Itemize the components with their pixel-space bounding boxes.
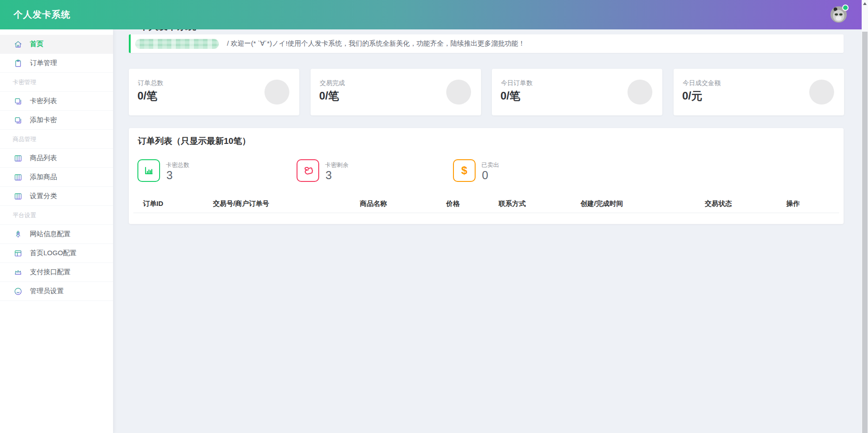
col-actions: 操作 (786, 200, 800, 208)
sidebar-item-label: 订单管理 (30, 59, 57, 67)
crown-icon (14, 268, 23, 277)
sidebar: 首页 订单管理 卡密管理 卡密列表 添加卡密 (0, 29, 113, 433)
notebook-icon (14, 192, 23, 201)
sidebar-item-admin-settings[interactable]: 管理员设置 (0, 282, 113, 301)
notebook-icon (14, 173, 23, 182)
sidebar-item-logo-config[interactable]: 首页LOGO配置 (0, 244, 113, 263)
sidebar-item-orders[interactable]: 订单管理 (0, 54, 113, 73)
vertical-scrollbar[interactable] (862, 0, 868, 433)
table-header-divider (133, 213, 839, 213)
app-title: 个人发卡系统 (14, 9, 71, 21)
welcome-text: / 欢迎ー(* `∀´*)ノイ!使用个人发卡系统，我们的系统全新美化，功能齐全，… (227, 39, 525, 48)
sidebar-item-site-config[interactable]: 网站信息配置 (0, 225, 113, 244)
sidebar-section-label: 平台设置 (13, 211, 36, 219)
stat-icon-placeholder (446, 80, 471, 105)
stat-label: 交易完成 (320, 79, 345, 87)
sidebar-item-add-card[interactable]: 添加卡密 (0, 111, 113, 130)
stat-value: 0/笔 (319, 89, 339, 103)
sidebar-item-label: 支付接口配置 (30, 268, 71, 276)
sidebar-item-add-product[interactable]: 添加商品 (0, 168, 113, 187)
sidebar-section-label: 商品管理 (13, 135, 36, 143)
stat-label: 订单总数 (138, 79, 163, 87)
sidebar-item-home[interactable]: 首页 (0, 35, 113, 54)
app-root: 个人发卡系统 个人发卡系统 首页 (0, 0, 868, 433)
stat-icon-placeholder (627, 80, 652, 105)
col-order-id: 订单ID (143, 200, 163, 208)
welcome-banner: / 欢迎ー(* `∀´*)ノイ!使用个人发卡系统，我们的系统全新美化，功能齐全，… (129, 34, 844, 53)
redacted-site-name (135, 39, 219, 49)
stat-icon-placeholder (264, 80, 289, 105)
stat-card-completed-trades: 交易完成 0/笔 (311, 69, 481, 115)
sidebar-section-platform: 平台设置 (0, 206, 113, 225)
hand-icon (297, 159, 319, 182)
home-icon (14, 40, 23, 49)
stat-card-today-amount: 今日成交金额 0/元 (674, 69, 844, 115)
stat-card-total-orders: 订单总数 0/笔 (129, 69, 299, 115)
mini-stat-value: 3 (326, 169, 332, 182)
user-avatar[interactable] (830, 6, 847, 23)
sidebar-item-payment-config[interactable]: 支付接口配置 (0, 263, 113, 282)
scroll-up-arrow-icon[interactable] (863, 2, 867, 5)
col-contact: 联系方式 (499, 200, 526, 208)
copy-icon (14, 97, 23, 106)
col-price: 价格 (446, 200, 460, 208)
app-header: 个人发卡系统 (0, 0, 868, 29)
order-list-panel: 订单列表（只显示最新10笔） 卡密总数 3 卡密剩余 3 (129, 128, 844, 224)
dollar-icon: $ (453, 159, 476, 182)
smiley-icon (14, 287, 23, 296)
mini-stat-label: 已卖出 (481, 161, 499, 169)
sidebar-item-label: 首页LOGO配置 (30, 249, 76, 257)
mini-stat-label: 卡密总数 (166, 161, 189, 169)
col-trade-status: 交易状态 (705, 200, 732, 208)
layout-icon (14, 249, 23, 258)
order-table-header: 订单ID 交易号/商户订单号 商品名称 价格 联系方式 创建/完成时间 交易状态… (129, 200, 844, 212)
stat-value: 0/元 (682, 89, 702, 103)
col-trade-no: 交易号/商户订单号 (213, 200, 269, 208)
sidebar-item-label: 管理员设置 (30, 287, 64, 295)
bar-chart-icon (137, 159, 160, 182)
stat-label: 今日成交金额 (683, 79, 721, 87)
sidebar-item-label: 商品列表 (30, 154, 57, 162)
stat-value: 0/笔 (137, 89, 157, 103)
sidebar-item-label: 首页 (30, 40, 43, 48)
mini-stat-value: 3 (166, 169, 173, 182)
sidebar-item-product-list[interactable]: 商品列表 (0, 149, 113, 168)
sidebar-item-label: 网站信息配置 (30, 230, 71, 238)
mini-stat-label: 卡密剩余 (325, 161, 349, 169)
stat-label: 今日订单数 (501, 79, 533, 87)
notebook-icon (14, 154, 23, 163)
sidebar-item-categories[interactable]: 设置分类 (0, 187, 113, 206)
sidebar-item-label: 设置分类 (30, 192, 57, 200)
scrollbar-thumb[interactable] (862, 32, 868, 433)
mini-stat-value: 0 (482, 169, 488, 182)
col-created-time: 创建/完成时间 (580, 200, 623, 208)
sidebar-section-products: 商品管理 (0, 130, 113, 149)
online-status-dot (842, 5, 849, 11)
sidebar-section-cards: 卡密管理 (0, 73, 113, 92)
sidebar-section-label: 卡密管理 (13, 78, 36, 86)
copy-icon (14, 116, 23, 125)
col-product-name: 商品名称 (360, 200, 387, 208)
rocket-icon (14, 230, 23, 239)
sidebar-item-label: 卡密列表 (30, 97, 57, 105)
sidebar-item-label: 添加卡密 (30, 116, 57, 124)
stat-card-today-orders: 今日订单数 0/笔 (492, 69, 662, 115)
sidebar-item-label: 添加商品 (30, 173, 57, 181)
stat-value: 0/笔 (500, 89, 520, 103)
sidebar-item-card-list[interactable]: 卡密列表 (0, 92, 113, 111)
order-list-title: 订单列表（只显示最新10笔） (138, 135, 250, 147)
stat-icon-placeholder (809, 80, 834, 105)
clipboard-icon (14, 59, 23, 68)
